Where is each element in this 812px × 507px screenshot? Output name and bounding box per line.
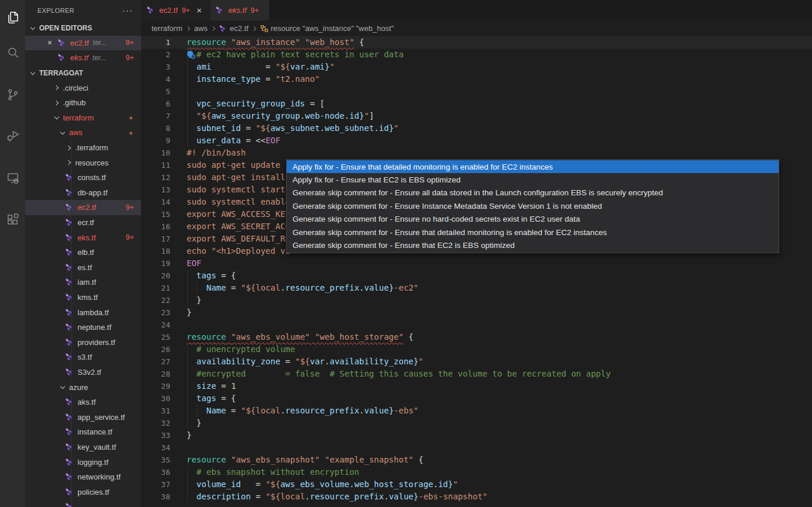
code-line-1[interactable]: 1 resource "aws_instance" "web_host" { xyxy=(141,36,812,49)
vscode-window: EXPLORER ··· OPEN EDITORS × ec2.tf ter..… xyxy=(0,0,812,507)
code-line-24[interactable]: 24 xyxy=(141,319,812,331)
terraform-file-icon xyxy=(66,308,74,317)
quick-fix-item-4[interactable]: Generate skip comment for - Ensure no ha… xyxy=(287,213,779,226)
tree-item-policies.tf[interactable]: policies.tf xyxy=(25,484,141,499)
tree-item-elb.tf[interactable]: elb.tf xyxy=(25,245,141,260)
close-editor-icon[interactable]: × xyxy=(45,38,54,47)
remote-explorer-icon[interactable] xyxy=(0,163,25,192)
line-number: 36 xyxy=(141,466,170,478)
code-line-4[interactable]: 4 instance_type = "t2.nano" xyxy=(141,73,812,85)
code-line-31[interactable]: 31 Name = "${local.resource_prefix.value… xyxy=(141,405,812,417)
tree-item-es.tf[interactable]: es.tf xyxy=(25,260,141,275)
tree-item-instance.tf[interactable]: instance.tf xyxy=(25,425,141,440)
line-number: 38 xyxy=(141,491,170,503)
code-line-5[interactable]: 5 xyxy=(141,85,812,98)
tab-ec2.tf[interactable]: ec2.tf 9+ × xyxy=(141,0,210,20)
tree-item-ecr.tf[interactable]: ecr.tf xyxy=(25,215,141,230)
code-line-19[interactable]: 19 EOF xyxy=(141,257,812,270)
code-line-29[interactable]: 29 size = 1 xyxy=(141,380,812,392)
tree-item-s3.tf[interactable]: s3.tf xyxy=(25,350,141,365)
tree-item-azure[interactable]: azure xyxy=(25,380,141,395)
line-number: 23 xyxy=(141,306,170,319)
tree-item-partial[interactable] xyxy=(25,499,141,507)
terraform-file-icon xyxy=(58,39,67,47)
terraform-file-icon xyxy=(66,443,74,451)
line-number: 26 xyxy=(141,343,170,356)
run-debug-icon[interactable] xyxy=(0,121,25,150)
quick-fix-menu: Apply fix for - Ensure that detailed mon… xyxy=(286,159,779,253)
code-line-25[interactable]: 25 resource "aws_ebs_volume" "web_host_s… xyxy=(141,331,812,343)
code-line-23[interactable]: 23 } xyxy=(141,306,812,319)
tree-item-aks.tf[interactable]: aks.tf xyxy=(25,395,141,410)
code-line-7[interactable]: 7 "${aws_security_group.web-node.id}"] xyxy=(141,110,812,122)
code-line-8[interactable]: 8 subnet_id = "${aws_subnet.web_subnet.i… xyxy=(141,122,812,134)
tree-item-neptune.tf[interactable]: neptune.tf xyxy=(25,320,141,335)
code-line-2[interactable]: 2 # ec2 have plain text secrets in user … xyxy=(141,49,812,61)
tree-item-kms.tf[interactable]: kms.tf xyxy=(25,290,141,305)
terraform-file-icon xyxy=(66,233,74,242)
code-line-37[interactable]: 37 volume_id = "${aws_ebs_volume.web_hos… xyxy=(141,478,812,491)
code-line-35[interactable]: 35 resource "aws_ebs_snapshot" "example_… xyxy=(141,454,812,466)
terraform-file-icon xyxy=(66,248,74,257)
close-tab-icon[interactable]: × xyxy=(194,5,204,15)
explorer-sidebar: EXPLORER ··· OPEN EDITORS × ec2.tf ter..… xyxy=(25,0,141,507)
quick-fix-item-6[interactable]: Generate skip comment for - Ensure that … xyxy=(287,239,779,251)
code-line-28[interactable]: 28 #encrypted = false # Setting this cau… xyxy=(141,368,812,380)
code-line-26[interactable]: 26 # unencrypted volume xyxy=(141,343,812,356)
line-number: 31 xyxy=(141,405,170,417)
tree-item-key_vault.tf[interactable]: key_vault.tf xyxy=(25,440,141,455)
source-control-icon[interactable] xyxy=(0,80,25,109)
tree-item-.terraform[interactable]: .terraform xyxy=(25,140,141,156)
tree-item-lambda.tf[interactable]: lambda.tf xyxy=(25,305,141,320)
extensions-icon[interactable] xyxy=(0,205,25,234)
code-editor[interactable]: 1 resource "aws_instance" "web_host" { 2… xyxy=(141,36,812,507)
quick-fix-item-5[interactable]: Generate skip comment for - Ensure that … xyxy=(287,226,779,239)
breadcrumb-item[interactable]: terraform xyxy=(152,24,183,33)
tree-item-app_service.tf[interactable]: app_service.tf xyxy=(25,409,141,425)
tab-eks.tf[interactable]: eks.tf 9+ xyxy=(210,0,270,20)
code-line-22[interactable]: 22 } xyxy=(141,294,812,306)
tree-item-ec2.tf[interactable]: ec2.tf9+ xyxy=(25,200,141,215)
code-line-10[interactable]: 10 #! /bin/bash xyxy=(141,147,812,159)
quick-fix-lightbulb-icon[interactable] xyxy=(186,50,197,60)
quick-fix-item-3[interactable]: Generate skip comment for - Ensure Insta… xyxy=(287,199,779,212)
tree-item-resources[interactable]: resources xyxy=(25,155,141,170)
tree-item-networking.tf[interactable]: networking.tf xyxy=(25,470,141,485)
search-icon[interactable] xyxy=(0,38,25,67)
open-editor-ec2.tf[interactable]: × ec2.tf ter... 9+ xyxy=(25,36,141,51)
tree-item-terraform[interactable]: terraform● xyxy=(25,111,141,126)
workspace-header[interactable]: TERRAGOAT xyxy=(25,65,141,81)
tree-item-consts.tf[interactable]: consts.tf xyxy=(25,170,141,185)
code-line-32[interactable]: 32 } xyxy=(141,417,812,429)
breadcrumb-item[interactable]: resource "aws_instance" "web_host" xyxy=(260,24,394,33)
sidebar-more-actions-icon[interactable]: ··· xyxy=(122,5,133,15)
tree-item-logging.tf[interactable]: logging.tf xyxy=(25,454,141,470)
tree-item-.github[interactable]: .github xyxy=(25,95,141,111)
code-line-30[interactable]: 30 tags = { xyxy=(141,392,812,405)
code-line-34[interactable]: 34 xyxy=(141,442,812,454)
code-line-21[interactable]: 21 Name = "${local.resource_prefix.value… xyxy=(141,282,812,294)
code-line-38[interactable]: 38 description = "${local.resource_prefi… xyxy=(141,491,812,503)
breadcrumb-item[interactable]: ec2.tf xyxy=(219,24,249,33)
breadcrumb-item[interactable]: aws xyxy=(194,24,208,33)
quick-fix-item-2[interactable]: Generate skip comment for - Ensure all d… xyxy=(287,187,779,199)
code-line-20[interactable]: 20 tags = { xyxy=(141,270,812,282)
quick-fix-item-0[interactable]: Apply fix for - Ensure that detailed mon… xyxy=(287,160,779,173)
code-line-36[interactable]: 36 # ebs snapshot without encryption xyxy=(141,466,812,478)
tree-item-providers.tf[interactable]: providers.tf xyxy=(25,334,141,350)
tree-item-.circleci[interactable]: .circleci xyxy=(25,80,141,95)
tree-item-iam.tf[interactable]: iam.tf xyxy=(25,275,141,290)
open-editor-eks.tf[interactable]: eks.tf ter... 9+ xyxy=(25,50,141,65)
code-line-6[interactable]: 6 vpc_security_group_ids = [ xyxy=(141,98,812,110)
tree-item-aws[interactable]: aws● xyxy=(25,125,141,140)
code-line-9[interactable]: 9 user_data = <<EOF xyxy=(141,134,812,147)
tree-item-eks.tf[interactable]: eks.tf9+ xyxy=(25,230,141,245)
code-line-33[interactable]: 33 } xyxy=(141,429,812,442)
tree-item-db-app.tf[interactable]: db-app.tf xyxy=(25,185,141,201)
code-line-3[interactable]: 3 ami = "${var.ami}" xyxy=(141,61,812,73)
open-editors-header[interactable]: OPEN EDITORS xyxy=(25,20,141,36)
tree-item-S3v2.tf[interactable]: S3v2.tf xyxy=(25,365,141,380)
code-line-27[interactable]: 27 availability_zone = "${var.availabili… xyxy=(141,356,812,368)
quick-fix-item-1[interactable]: Apply fix for - Ensure that EC2 is EBS o… xyxy=(287,173,779,186)
explorer-icon[interactable] xyxy=(0,3,25,32)
